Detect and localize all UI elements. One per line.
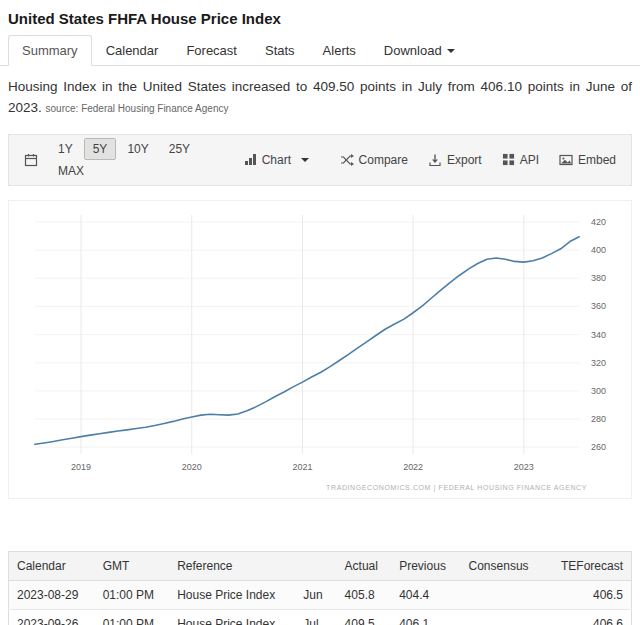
tab-download[interactable]: Download bbox=[370, 35, 469, 66]
tab-stats[interactable]: Stats bbox=[251, 35, 309, 66]
table-cell bbox=[461, 580, 545, 609]
table-cell: 01:00 PM bbox=[95, 580, 170, 609]
calendar-table: CalendarGMTReferenceActualPreviousConsen… bbox=[8, 551, 632, 625]
compare-button[interactable]: Compare bbox=[331, 148, 417, 172]
table-cell: 406.5 bbox=[545, 580, 632, 609]
api-button[interactable]: API bbox=[493, 148, 548, 171]
bar-chart-icon bbox=[244, 153, 257, 166]
embed-label: Embed bbox=[578, 154, 616, 166]
table-cell: House Price Index bbox=[169, 580, 295, 609]
tab-calendar[interactable]: Calendar bbox=[92, 35, 173, 66]
svg-text:380: 380 bbox=[591, 273, 606, 283]
column-header-gmt: GMT bbox=[95, 551, 170, 580]
svg-text:340: 340 bbox=[591, 329, 606, 339]
chart-watermark: TRADINGECONOMICS.COM | FEDERAL HOUSING F… bbox=[11, 484, 629, 498]
export-button[interactable]: Export bbox=[419, 148, 491, 172]
calendar-range-button[interactable] bbox=[15, 148, 47, 172]
range-button-max[interactable]: MAX bbox=[49, 160, 93, 182]
source-name: Federal Housing Finance Agency bbox=[81, 103, 228, 114]
page-title: United States FHFA House Price Index bbox=[8, 10, 632, 27]
price-index-chart[interactable]: 2602803003203403603804004202019202020212… bbox=[8, 200, 632, 499]
column-header-actual: Actual bbox=[337, 551, 392, 580]
table-cell: 01:00 PM bbox=[95, 609, 170, 625]
svg-text:360: 360 bbox=[591, 301, 606, 311]
summary-paragraph: Housing Index in the United States incre… bbox=[8, 77, 632, 119]
table-cell: 2023-08-29 bbox=[9, 580, 95, 609]
table-cell bbox=[461, 609, 545, 625]
svg-text:260: 260 bbox=[591, 442, 606, 452]
table-cell: House Price Index bbox=[169, 609, 295, 625]
column-header-consensus: Consensus bbox=[461, 551, 545, 580]
line-chart-canvas[interactable]: 2602803003203403603804004202019202020212… bbox=[11, 205, 629, 484]
table-row[interactable]: 2023-09-2601:00 PMHouse Price IndexJul40… bbox=[9, 609, 632, 625]
svg-text:400: 400 bbox=[591, 245, 606, 255]
table-cell: 409.5 bbox=[337, 609, 392, 625]
source-note: source: Federal Housing Finance Agency bbox=[46, 103, 229, 114]
tab-bar: SummaryCalendarForecastStatsAlertsDownlo… bbox=[0, 35, 640, 66]
column-header-month bbox=[295, 551, 336, 580]
svg-text:2019: 2019 bbox=[71, 462, 91, 472]
export-label: Export bbox=[447, 154, 482, 166]
range-button-group: 1Y5Y10Y25YMAX bbox=[48, 138, 223, 182]
table-cell: 404.4 bbox=[391, 580, 460, 609]
table-cell: Jun bbox=[295, 580, 336, 609]
table-cell: 406.1 bbox=[391, 609, 460, 625]
svg-text:320: 320 bbox=[591, 358, 606, 368]
range-button-1y[interactable]: 1Y bbox=[49, 138, 82, 160]
page: United States FHFA House Price Index Sum… bbox=[0, 10, 640, 625]
svg-text:2020: 2020 bbox=[182, 462, 202, 472]
table-cell: Jul bbox=[295, 609, 336, 625]
column-header-reference: Reference bbox=[169, 551, 295, 580]
table-cell: 405.8 bbox=[337, 580, 392, 609]
table-cell: 2023-09-26 bbox=[9, 609, 95, 625]
compare-shuffle-icon bbox=[340, 153, 354, 167]
compare-label: Compare bbox=[359, 154, 408, 166]
table-cell: 406.6 bbox=[545, 609, 632, 625]
column-header-teforecast: TEForecast bbox=[545, 551, 632, 580]
download-icon bbox=[428, 153, 442, 167]
source-label: source: bbox=[46, 103, 79, 114]
caret-down-icon bbox=[447, 49, 455, 53]
svg-text:2022: 2022 bbox=[403, 462, 423, 472]
column-header-previous: Previous bbox=[391, 551, 460, 580]
image-icon bbox=[559, 153, 573, 167]
table-header: CalendarGMTReferenceActualPreviousConsen… bbox=[9, 551, 632, 580]
svg-text:2021: 2021 bbox=[292, 462, 312, 472]
chart-type-label: Chart bbox=[262, 154, 291, 166]
range-button-5y[interactable]: 5Y bbox=[84, 138, 117, 160]
svg-text:2023: 2023 bbox=[514, 462, 534, 472]
svg-text:420: 420 bbox=[591, 217, 606, 227]
range-button-10y[interactable]: 10Y bbox=[118, 138, 157, 160]
api-label: API bbox=[520, 154, 539, 166]
embed-button[interactable]: Embed bbox=[550, 148, 625, 172]
svg-text:280: 280 bbox=[591, 414, 606, 424]
grid-icon bbox=[502, 153, 515, 166]
tab-alerts[interactable]: Alerts bbox=[309, 35, 370, 66]
chart-toolbar: 1Y5Y10Y25YMAX Chart bbox=[8, 134, 632, 186]
column-header-calendar: Calendar bbox=[9, 551, 95, 580]
svg-text:300: 300 bbox=[591, 386, 606, 396]
chart-type-button[interactable]: Chart bbox=[235, 148, 318, 171]
caret-down-icon bbox=[301, 158, 309, 162]
tab-forecast[interactable]: Forecast bbox=[172, 35, 251, 66]
tab-summary[interactable]: Summary bbox=[8, 35, 92, 66]
calendar-icon bbox=[24, 153, 38, 167]
table-row[interactable]: 2023-08-2901:00 PMHouse Price IndexJun40… bbox=[9, 580, 632, 609]
range-button-25y[interactable]: 25Y bbox=[160, 138, 199, 160]
